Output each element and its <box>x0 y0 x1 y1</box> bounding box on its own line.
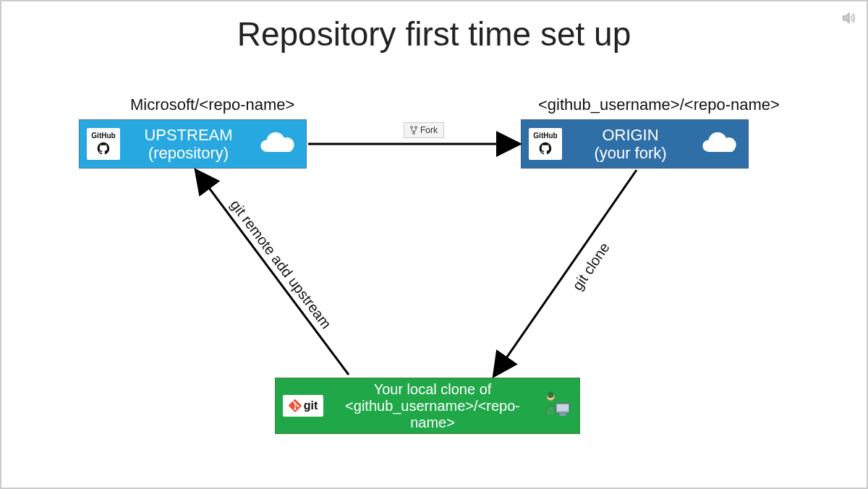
local-line2: <github_username>/<repo-name> <box>345 398 520 430</box>
local-clone-box: git Your local clone of <github_username… <box>275 378 580 434</box>
origin-box: GitHub ORIGIN (your fork) <box>521 119 749 169</box>
upstream-box: GitHub UPSTREAM (repository) <box>79 119 307 169</box>
github-logo-icon: GitHub <box>529 128 562 160</box>
slide-canvas: Repository first time set up Microsoft/<… <box>0 0 868 489</box>
upstream-title: UPSTREAM <box>144 126 232 144</box>
cloud-icon <box>699 129 741 158</box>
slide-title: Repository first time set up <box>1 14 867 54</box>
fork-label: Fork <box>420 125 438 135</box>
svg-line-6 <box>495 170 637 375</box>
svg-rect-2 <box>560 413 566 416</box>
svg-line-7 <box>197 171 349 375</box>
github-logo-icon: GitHub <box>87 128 120 160</box>
git-logo-icon: git <box>283 395 323 417</box>
git-clone-label: git clone <box>569 239 613 294</box>
upstream-path-label: Microsoft/<repo-name> <box>130 95 294 114</box>
origin-path-label: <github_username>/<repo-name> <box>538 95 780 114</box>
svg-point-4 <box>548 392 554 399</box>
svg-point-8 <box>411 127 413 129</box>
github-logo-text: GitHub <box>91 132 115 140</box>
origin-title: ORIGIN <box>602 126 658 144</box>
local-box-text: Your local clone of <github_username>/<r… <box>323 381 542 431</box>
svg-rect-1 <box>557 404 569 412</box>
cloud-icon <box>257 129 299 158</box>
fork-badge: Fork <box>404 122 444 138</box>
origin-subtitle: (your fork) <box>594 144 666 162</box>
upstream-box-text: UPSTREAM (repository) <box>120 126 257 163</box>
git-logo-text: git <box>304 399 318 412</box>
svg-point-10 <box>413 132 415 135</box>
svg-point-9 <box>415 127 417 129</box>
user-computer-icon <box>542 389 572 422</box>
local-line1: Your local clone of <box>374 381 492 397</box>
upstream-subtitle: (repository) <box>148 144 229 162</box>
origin-box-text: ORIGIN (your fork) <box>562 126 699 163</box>
github-logo-text: GitHub <box>533 132 557 140</box>
fork-icon <box>410 126 417 135</box>
git-remote-add-label: git remote add upstream <box>227 197 335 332</box>
